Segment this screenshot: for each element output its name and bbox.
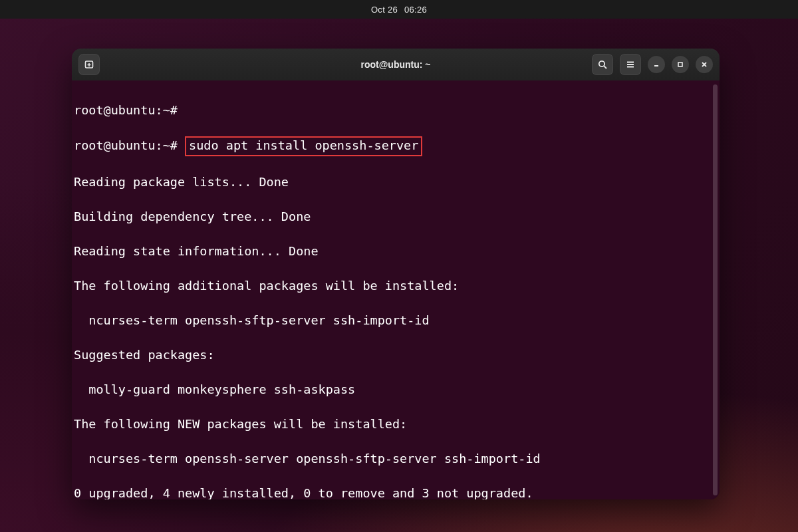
output-line: Suggested packages: [74, 346, 714, 364]
svg-rect-2 [678, 63, 682, 66]
search-button[interactable] [592, 54, 613, 75]
output-line: Reading state information... Done [74, 243, 714, 260]
output-line: 0 upgraded, 4 newly installed, 0 to remo… [74, 485, 714, 499]
minimize-icon [652, 61, 660, 68]
close-icon [700, 61, 708, 68]
prompt: root@ubuntu:~# [74, 103, 178, 117]
scrollbar[interactable] [713, 84, 718, 495]
terminal-body[interactable]: root@ubuntu:~# root@ubuntu:~# sudo apt i… [72, 80, 720, 499]
new-tab-button[interactable] [78, 54, 100, 75]
output-line: Reading package lists... Done [74, 174, 714, 191]
hamburger-icon [625, 59, 636, 70]
top-bar: Oct 26 06:26 [0, 0, 798, 19]
output-line: ncurses-term openssh-server openssh-sftp… [74, 450, 714, 467]
output-line: molly-guard monkeysphere ssh-askpass [74, 381, 714, 398]
topbar-time: 06:26 [404, 5, 427, 15]
maximize-button[interactable] [672, 56, 689, 73]
titlebar[interactable]: root@ubuntu: ~ [72, 49, 720, 80]
search-icon [597, 59, 608, 70]
topbar-date: Oct 26 [371, 5, 398, 15]
prompt: root@ubuntu:~# [74, 138, 178, 152]
output-line: Building dependency tree... Done [74, 208, 714, 225]
terminal-window: root@ubuntu: ~ [72, 49, 720, 499]
highlight-command: sudo apt install openssh-server [185, 136, 422, 156]
menu-button[interactable] [620, 54, 641, 75]
svg-point-1 [599, 61, 604, 66]
close-button[interactable] [696, 56, 713, 73]
output-line: ncurses-term openssh-sftp-server ssh-imp… [74, 312, 714, 329]
maximize-icon [676, 61, 684, 68]
output-line: The following NEW packages will be insta… [74, 416, 714, 433]
minimize-button[interactable] [648, 56, 665, 73]
output-line: The following additional packages will b… [74, 277, 714, 295]
new-tab-icon [84, 59, 94, 70]
